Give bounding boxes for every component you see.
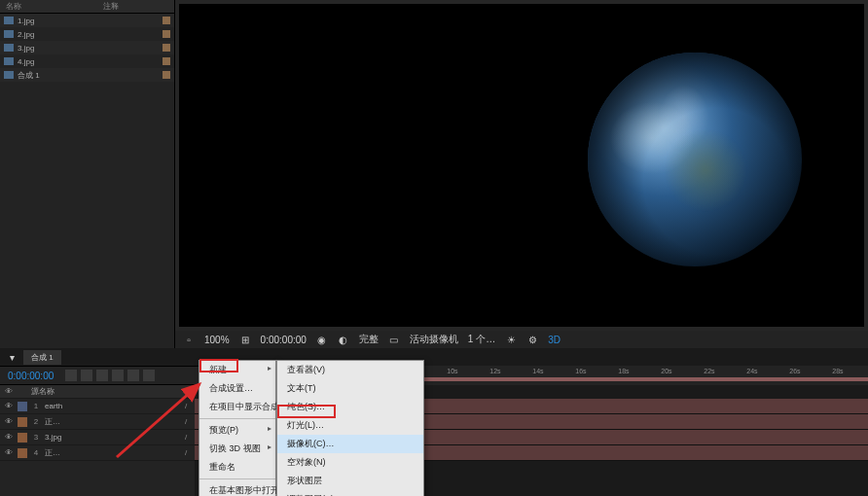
layer-panel: 👁 源名称 ⚬ 👁1earth/ 👁2正…/ 👁33.jpg/ 👁4正…/: [0, 385, 195, 496]
channel-icon[interactable]: ◐: [338, 334, 349, 345]
time-tick: 10s: [447, 368, 457, 374]
label-swatch: [163, 57, 170, 65]
exposure-icon[interactable]: ☀: [505, 334, 517, 345]
file-icon: [4, 17, 14, 24]
menu-item-viewer[interactable]: 查看器(V): [277, 361, 423, 379]
timeline-tab[interactable]: 合成 1: [23, 350, 61, 365]
viewer-panel: ▫ 100% ⊞ 0:00:00:00 ◉ ◐ 完整 ▭ 活动摄像机 1 个… …: [175, 0, 868, 348]
tool-icon[interactable]: [143, 370, 155, 381]
menu-item-preview[interactable]: 预览(P): [199, 418, 275, 440]
menu-item-adjust[interactable]: 调整图层(A): [277, 490, 423, 496]
switch-icon[interactable]: /: [181, 402, 191, 411]
label-swatch: [163, 30, 170, 38]
time-tick: 16s: [575, 368, 586, 374]
menu-item-null[interactable]: 空对象(N): [277, 453, 423, 472]
context-submenu[interactable]: 查看器(V)文本(T)纯色(S)…灯光(L)…摄像机(C)…空对象(N)形状图层…: [276, 360, 424, 496]
camera-dropdown[interactable]: 活动摄像机: [410, 333, 458, 346]
file-icon: [4, 57, 14, 65]
eye-toggle[interactable]: 👁: [4, 433, 14, 443]
file-icon: [4, 44, 14, 52]
viewer-timecode[interactable]: 0:00:00:00: [261, 335, 307, 345]
comp-icon: [4, 71, 14, 79]
tab-menu-icon[interactable]: ▾: [6, 351, 18, 363]
layer-row[interactable]: 👁4正…/: [0, 445, 195, 461]
tool-icon[interactable]: [112, 370, 124, 381]
menu-item-open[interactable]: 在基本图形中打开: [199, 478, 275, 496]
tool-icon[interactable]: [127, 370, 139, 381]
eye-column: 👁: [4, 387, 14, 397]
project-columns: 名称 注释: [0, 0, 174, 14]
search-icon[interactable]: [65, 370, 77, 381]
current-timecode[interactable]: 0:00:00:00: [0, 371, 61, 381]
tool-icon[interactable]: [96, 370, 108, 381]
time-tick: 12s: [489, 368, 500, 374]
composition-viewer[interactable]: [179, 4, 864, 327]
menu-item-shape[interactable]: 形状图层: [277, 472, 423, 490]
viewer-toolbar: ▫ 100% ⊞ 0:00:00:00 ◉ ◐ 完整 ▭ 活动摄像机 1 个… …: [175, 331, 868, 348]
mask-icon[interactable]: ▭: [388, 334, 400, 345]
time-tick: 22s: [704, 368, 714, 374]
eye-toggle[interactable]: 👁: [4, 448, 14, 458]
views-dropdown[interactable]: 1 个…: [468, 333, 495, 346]
layer-header: 👁 源名称 ⚬: [0, 385, 195, 399]
label-color[interactable]: [18, 402, 27, 411]
label-swatch: [163, 44, 170, 52]
project-item[interactable]: 3.jpg: [0, 41, 174, 54]
switch-icon[interactable]: /: [181, 433, 191, 443]
time-tick: 28s: [832, 368, 843, 374]
project-item[interactable]: 1.jpg: [0, 14, 174, 27]
tool-icon[interactable]: [81, 370, 92, 381]
col-name: 名称: [0, 0, 97, 13]
switches-column: ⚬: [181, 387, 191, 397]
magnify-icon[interactable]: ▫: [183, 334, 195, 345]
label-color[interactable]: [18, 448, 27, 458]
eye-toggle[interactable]: 👁: [4, 417, 14, 427]
project-item[interactable]: 4.jpg: [0, 54, 174, 68]
grid-icon[interactable]: ⊞: [239, 334, 251, 345]
view-options-icon[interactable]: ⚙: [526, 334, 538, 345]
menu-item-settings[interactable]: 合成设置…: [199, 379, 275, 398]
time-tick: 24s: [746, 368, 757, 374]
resolution-dropdown[interactable]: 完整: [359, 333, 379, 346]
menu-item-switch3d[interactable]: 切换 3D 视图: [199, 440, 275, 458]
menu-item-reveal[interactable]: 在项目中显示合成: [199, 398, 275, 416]
snapshot-icon[interactable]: ◉: [316, 334, 328, 345]
time-tick: 14s: [532, 368, 543, 374]
time-tick: 20s: [661, 368, 671, 374]
zoom-value[interactable]: 100%: [204, 335, 230, 345]
menu-item-solid[interactable]: 纯色(S)…: [277, 398, 423, 416]
context-menu[interactable]: 新建合成设置…在项目中显示合成预览(P)切换 3D 视图重命名在基本图形中打开合…: [199, 360, 276, 496]
col-comment: 注释: [97, 0, 125, 13]
layer-name-column: 源名称: [31, 386, 177, 397]
menu-item-camera[interactable]: 摄像机(C)…: [277, 435, 423, 453]
lock-column: [18, 387, 27, 397]
switch-icon[interactable]: /: [181, 417, 191, 427]
file-icon: [4, 30, 14, 38]
menu-item-light[interactable]: 灯光(L)…: [277, 416, 423, 435]
time-tick: 18s: [618, 368, 629, 374]
layer-row[interactable]: 👁33.jpg/: [0, 430, 195, 445]
layer-row[interactable]: 👁1earth/: [0, 399, 195, 414]
menu-item-rename[interactable]: 重命名: [199, 458, 275, 477]
layer-row[interactable]: 👁2正…/: [0, 414, 195, 430]
project-panel[interactable]: 名称 注释 1.jpg 2.jpg 3.jpg 4.jpg 合成 1: [0, 0, 175, 348]
menu-item-text[interactable]: 文本(T): [277, 379, 423, 398]
time-tick: 26s: [789, 368, 800, 374]
eye-toggle[interactable]: 👁: [4, 402, 14, 411]
label-swatch: [163, 17, 170, 24]
timeline-tabs: ▾ 合成 1: [0, 348, 868, 366]
label-swatch: [163, 71, 170, 79]
earth-image: [588, 53, 802, 266]
project-item[interactable]: 2.jpg: [0, 27, 174, 41]
label-color[interactable]: [18, 417, 27, 427]
project-item[interactable]: 合成 1: [0, 68, 174, 82]
label-color[interactable]: [18, 433, 27, 443]
menu-item-new[interactable]: 新建: [199, 361, 275, 379]
switch-icon[interactable]: /: [181, 448, 191, 458]
3d-toggle[interactable]: 3D: [548, 335, 561, 345]
